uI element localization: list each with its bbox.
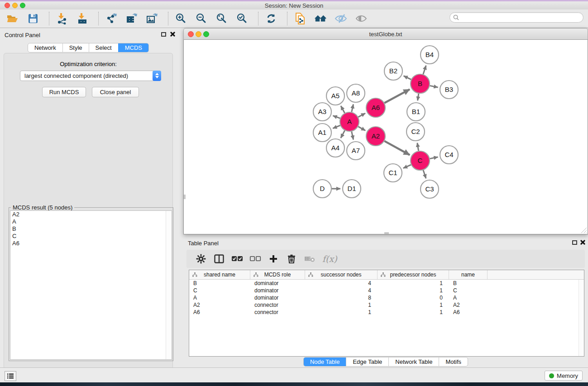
table-row[interactable]: Bdominator41B <box>189 280 584 287</box>
node-table: shared nameMCDS rolesuccessor nodesprede… <box>189 270 584 357</box>
table-cell: connector <box>250 302 305 308</box>
graph-edge-A-A6[interactable] <box>358 113 365 117</box>
network-canvas[interactable]: AA2A6BCA1A3A4A5A7A8B1B2B3B4C1C2C3C4DD1 <box>183 40 588 234</box>
graph-edge-B-B3[interactable] <box>430 86 438 87</box>
graph-edge-A-A3[interactable] <box>333 116 340 119</box>
scrollbar-track[interactable] <box>578 280 584 356</box>
deselect-all-icon[interactable] <box>249 253 262 265</box>
table-row[interactable]: A2connector11A2 <box>189 301 584 309</box>
graph-edge-A-A7[interactable] <box>352 131 354 139</box>
graph-edge-C-C2[interactable] <box>417 143 419 151</box>
hide-selected-icon[interactable] <box>335 12 347 25</box>
delete-column-icon[interactable] <box>285 253 298 265</box>
graph-edge-B-B2[interactable] <box>404 76 411 80</box>
mcds-result-item[interactable]: C <box>10 233 172 240</box>
export-network-icon[interactable] <box>105 12 118 25</box>
run-mcds-button[interactable]: Run MCDS <box>42 87 86 97</box>
float-panel-icon[interactable] <box>572 240 577 245</box>
show-all-icon[interactable] <box>355 12 368 25</box>
table-row[interactable]: Adominator80A <box>189 294 584 301</box>
delete-table-icon[interactable] <box>303 253 316 265</box>
table-cell: A2 <box>189 302 250 308</box>
open-session-icon[interactable] <box>6 12 19 25</box>
mcds-result-item[interactable]: B <box>10 225 172 233</box>
refresh-icon[interactable] <box>265 12 277 25</box>
network-window-titlebar[interactable]: testGlobe.txt <box>183 28 588 40</box>
table-cell: 1 <box>305 302 378 308</box>
select-all-icon[interactable] <box>231 253 244 265</box>
export-table-icon[interactable] <box>125 12 138 25</box>
close-panel-icon[interactable] <box>580 239 586 245</box>
task-history-button[interactable] <box>5 371 16 381</box>
search-input[interactable] <box>461 14 583 22</box>
graph-edge-A-A2[interactable] <box>358 127 365 131</box>
tab-node-table[interactable]: Node Table <box>304 357 346 366</box>
memory-button[interactable]: Memory <box>545 371 583 381</box>
graph-node-label: A5 <box>331 92 339 100</box>
canvas-scroll-nub <box>384 232 389 234</box>
zoom-selected-icon[interactable] <box>236 12 249 25</box>
export-image-icon[interactable] <box>146 12 158 25</box>
table-cell: 0 <box>378 295 449 301</box>
graph-edge-A-A4[interactable] <box>341 130 345 138</box>
search-field[interactable] <box>449 12 583 23</box>
graph-edge-A6-B[interactable] <box>384 89 410 103</box>
zoom-out-icon[interactable] <box>195 12 208 25</box>
tab-edge-table[interactable]: Edge Table <box>346 357 388 366</box>
graph-node-label: A <box>347 118 352 125</box>
graph-edge-C-C1[interactable] <box>403 165 411 168</box>
app-titlebar[interactable]: Session: New Session <box>0 1 588 10</box>
criterion-dropdown[interactable]: largest connected component (directed) <box>20 71 161 81</box>
scrollbar-track[interactable] <box>166 211 172 359</box>
tab-mcds[interactable]: MCDS <box>118 43 148 52</box>
import-network-icon[interactable] <box>56 12 68 25</box>
mcds-result-item[interactable]: A6 <box>10 240 172 247</box>
graph-node-label: C1 <box>388 169 397 176</box>
zoom-in-icon[interactable] <box>175 12 187 25</box>
graph-edge-C-C4[interactable] <box>430 157 438 159</box>
column-header-name[interactable]: name <box>449 270 488 279</box>
tab-style[interactable]: Style <box>62 43 89 52</box>
toggle-panel-icon[interactable] <box>213 253 225 265</box>
desktop-wallpaper-bottom <box>0 382 588 386</box>
table-panel: Table Panel f(x) shared nameMCDS rolesuc… <box>183 236 588 367</box>
graph-edge-A-A8[interactable] <box>352 104 354 112</box>
table-row[interactable]: A6connector11A6 <box>189 309 584 316</box>
graph-edge-B-B4[interactable] <box>423 66 426 74</box>
graph-edge-A-A5[interactable] <box>341 106 345 113</box>
add-column-icon[interactable] <box>267 253 280 265</box>
close-panel-icon[interactable] <box>170 31 176 37</box>
graph-edge-A-A1[interactable] <box>333 125 340 129</box>
save-session-icon[interactable] <box>27 12 39 25</box>
tab-select[interactable]: Select <box>89 43 118 52</box>
close-panel-button[interactable]: Close panel <box>92 87 139 97</box>
column-header-MCDS-role[interactable]: MCDS role <box>250 270 305 279</box>
tab-motifs[interactable]: Motifs <box>439 357 468 366</box>
column-header-successor-nodes[interactable]: successor nodes <box>305 270 378 279</box>
table-settings-icon[interactable] <box>195 253 207 265</box>
mcds-result-item[interactable]: A <box>10 218 172 225</box>
node-table-header: shared nameMCDS rolesuccessor nodesprede… <box>189 270 584 280</box>
mcds-result-item[interactable]: A2 <box>10 211 172 218</box>
graph-edge-C-C3[interactable] <box>423 170 426 178</box>
function-builder-icon[interactable]: f(x) <box>322 254 337 264</box>
home-icon[interactable] <box>314 12 327 25</box>
zoom-fit-icon[interactable] <box>215 12 228 25</box>
graph-edge-A2-C[interactable] <box>384 141 410 155</box>
tab-network-table[interactable]: Network Table <box>388 357 439 366</box>
table-row[interactable]: Cdominator41C <box>189 287 584 294</box>
tab-network[interactable]: Network <box>28 43 62 52</box>
task-list-icon <box>7 373 14 379</box>
import-table-icon[interactable] <box>76 12 89 25</box>
float-panel-icon[interactable] <box>161 32 166 37</box>
column-header-predecessor-nodes[interactable]: predecessor nodes <box>378 270 449 279</box>
clone-network-icon[interactable] <box>294 12 306 25</box>
table-cell: C <box>189 287 250 294</box>
graph-node-label: B1 <box>412 108 420 115</box>
graph-edge-B-B1[interactable] <box>418 94 419 100</box>
mcds-result-list[interactable]: A2ABCA6 <box>10 210 172 360</box>
column-header-shared-name[interactable]: shared name <box>189 270 250 279</box>
graph-node-label: B2 <box>389 67 397 75</box>
search-icon <box>453 14 459 20</box>
dropdown-stepper-icon <box>153 71 161 81</box>
